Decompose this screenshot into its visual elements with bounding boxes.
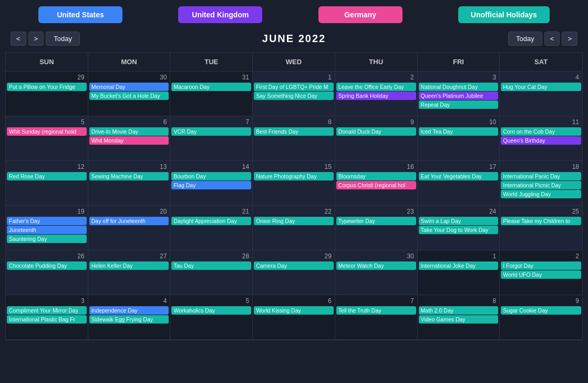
event[interactable]: Hug Your Cat Day <box>501 83 581 91</box>
event[interactable]: Compliment Your Mirror Day <box>7 306 87 315</box>
event[interactable]: Tell the Truth Day <box>336 306 416 315</box>
day-number: 12 <box>7 162 87 172</box>
event[interactable]: Whit Sunday (regional holid <box>7 127 87 136</box>
next-button[interactable]: > <box>28 32 44 46</box>
day-number: 30 <box>89 73 169 82</box>
day-number: 13 <box>89 162 169 172</box>
event[interactable]: Iced Tea Day <box>419 127 499 136</box>
cal-cell: 16BloomsdayCorpus Christi (regional hol <box>335 161 418 206</box>
event[interactable]: International Joke Day <box>419 261 499 270</box>
day-number: 22 <box>254 207 334 216</box>
event[interactable]: First Day of LGBTQ+ Pride M <box>254 83 334 91</box>
event[interactable]: World Kissing Day <box>254 306 334 315</box>
today-button-right[interactable]: Today <box>508 32 542 46</box>
calendar: SUNMONTUEWEDTHUFRISAT 29Put a Pillow on … <box>5 52 583 340</box>
event[interactable]: International Picnic Day <box>501 181 581 189</box>
month-title: JUNE 2022 <box>262 33 326 45</box>
event[interactable]: Drive-In Movie Day <box>89 127 169 136</box>
event[interactable]: Math 2.0 Day <box>419 306 499 315</box>
event[interactable]: Onion Ring Day <box>254 217 334 225</box>
event[interactable]: My Bucket's Got a Hole Day <box>89 92 169 100</box>
event[interactable]: Bloomsday <box>336 172 416 180</box>
us-button[interactable]: United States <box>38 6 122 23</box>
cal-cell: 2Leave the Office Early DaySpring Bank H… <box>335 72 418 116</box>
event[interactable]: National Doughnut Day <box>419 83 499 91</box>
day-number: 9 <box>501 296 581 306</box>
day-number: 20 <box>89 207 169 216</box>
event[interactable]: Chocolate Pudding Day <box>7 261 87 270</box>
event[interactable]: Best Friends Day <box>254 127 334 136</box>
event[interactable]: Independence Day <box>89 306 169 315</box>
cal-cell: 20Day off for Juneteenth <box>88 206 171 250</box>
event[interactable]: Queen's Platinum Jubilee <box>419 92 499 100</box>
prev-button[interactable]: < <box>11 32 26 46</box>
event[interactable]: Donald Duck Day <box>336 127 416 136</box>
event[interactable]: Sugar Cookie Day <box>501 306 581 315</box>
day-number: 3 <box>419 73 499 82</box>
event[interactable]: Put a Pillow on Your Fridge <box>7 83 87 91</box>
next-button-right[interactable]: > <box>562 32 577 46</box>
event[interactable]: Helen Keller Day <box>89 261 169 270</box>
day-number: 7 <box>171 117 251 127</box>
event[interactable]: Spring Bank Holiday <box>336 92 416 100</box>
event[interactable]: Swim a Lap Day <box>419 217 499 225</box>
event[interactable]: Whit Monday <box>89 136 169 145</box>
event[interactable]: Red Rose Day <box>7 172 87 180</box>
event[interactable]: Bourbon Day <box>171 172 251 180</box>
event[interactable]: Father's Day <box>7 217 87 225</box>
event[interactable]: Juneteenth <box>7 226 87 234</box>
event[interactable]: International Panic Day <box>501 172 581 180</box>
event[interactable]: Leave the Office Early Day <box>336 83 416 91</box>
event[interactable]: Sauntering Day <box>7 235 87 243</box>
germany-button[interactable]: Germany <box>318 6 403 23</box>
cal-cell: 2I Forgot DayWorld UFO Day <box>500 250 582 295</box>
event[interactable]: Sidewalk Egg Frying Day <box>89 315 169 324</box>
day-number: 1 <box>254 73 334 82</box>
event[interactable]: Workaholics Day <box>171 306 251 315</box>
event[interactable]: Nature Photography Day <box>254 172 334 180</box>
event[interactable]: Eat Your Vegetables Day <box>419 172 499 180</box>
cal-cell: 12Red Rose Day <box>6 161 88 206</box>
cal-cell: 3National Doughnut DayQueen's Platinum J… <box>418 72 500 116</box>
cal-cell: 1International Joke Day <box>418 250 500 295</box>
event[interactable]: Typewriter Day <box>336 217 416 225</box>
unofficial-button[interactable]: Unofficial Holidays <box>458 6 550 23</box>
cal-cell: 21Daylight Appreciation Day <box>170 206 253 250</box>
event[interactable]: Meteor Watch Day <box>336 261 416 270</box>
event[interactable]: VCR Day <box>171 127 251 136</box>
event[interactable]: Sewing Machine Day <box>89 172 169 180</box>
cal-cell: 22Onion Ring Day <box>253 206 335 250</box>
event[interactable]: Macaroon Day <box>171 83 251 91</box>
cal-cell: 5Workaholics Day <box>170 295 253 340</box>
event[interactable]: Say Something Nice Day <box>254 92 334 100</box>
event[interactable]: Take Your Dog to Work Day <box>419 226 499 234</box>
event[interactable]: Corpus Christi (regional hol <box>336 181 416 189</box>
cal-cell: 19Father's DayJuneteenthSauntering Day <box>6 206 88 250</box>
event[interactable]: World Juggling Day <box>501 190 581 198</box>
today-button-left[interactable]: Today <box>46 32 80 46</box>
event[interactable]: Tau Day <box>171 261 251 270</box>
day-number: 25 <box>501 207 581 216</box>
event[interactable]: Video Games Day <box>419 315 499 324</box>
event[interactable]: International Plastic Bag Fr <box>7 315 87 324</box>
event[interactable]: Memorial Day <box>89 83 169 91</box>
cal-cell: 25Please Take my Children to <box>500 206 582 250</box>
event[interactable]: Please Take my Children to <box>501 217 581 225</box>
cal-cell: 30Meteor Watch Day <box>335 250 418 295</box>
event[interactable]: Corn on the Cob Day <box>501 127 581 136</box>
event[interactable]: Queen's Birthday <box>501 136 581 145</box>
event[interactable]: Repeat Day <box>419 100 499 109</box>
day-number: 29 <box>7 73 87 82</box>
event[interactable]: World UFO Day <box>501 270 581 279</box>
event[interactable]: Flag Day <box>171 181 251 189</box>
event[interactable]: Daylight Appreciation Day <box>171 217 251 225</box>
event[interactable]: I Forgot Day <box>501 261 581 270</box>
day-number: 4 <box>501 73 581 82</box>
event[interactable]: Day off for Juneteenth <box>89 217 169 225</box>
cal-cell: 28Tau Day <box>170 250 253 295</box>
cal-cell: 24Swim a Lap DayTake Your Dog to Work Da… <box>418 206 500 250</box>
day-number: 1 <box>419 251 499 261</box>
event[interactable]: Camera Day <box>254 261 334 270</box>
uk-button[interactable]: United Kingdom <box>178 6 262 23</box>
prev-button-right[interactable]: < <box>544 32 560 46</box>
